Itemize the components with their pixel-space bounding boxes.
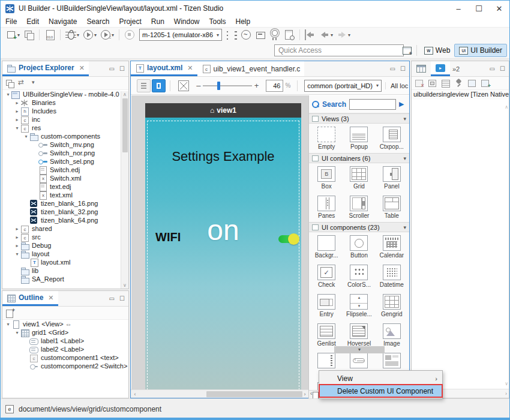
close-tab-icon[interactable]: ✕ — [187, 64, 193, 72]
palette-item-Hoversel[interactable]: Hoversel — [343, 322, 375, 349]
source-view-button[interactable] — [137, 79, 151, 92]
console-output[interactable]: ∧ ∨ — [412, 102, 509, 389]
project-tree-item[interactable]: Switch.edj — [2, 166, 128, 174]
project-tree-item[interactable]: tizen_blank_64.png — [2, 216, 128, 224]
minimize-panel-icon[interactable]: ▭ — [109, 65, 115, 72]
last-edit-location-button[interactable] — [304, 29, 317, 41]
project-tree-item[interactable]: text.edj — [2, 182, 128, 191]
phone-mockup[interactable]: ⌂ view1 Settings Example WIFI on — [145, 103, 301, 390]
dynamic-analyzer-button[interactable] — [239, 29, 253, 41]
outline-tree-item[interactable]: label1 <Label> — [2, 337, 128, 345]
palette-item-Panes[interactable]: Panes — [310, 194, 343, 221]
api-checker-button[interactable] — [283, 29, 296, 41]
menu-project[interactable]: Project — [114, 17, 146, 26]
palette-item-Popup[interactable]: Popup — [343, 125, 375, 152]
project-tree-item[interactable]: Switch_sel.png — [2, 157, 128, 166]
palette-item-Grid[interactable]: Grid — [343, 165, 375, 191]
heading-label[interactable]: Settings Example — [145, 149, 301, 164]
expand-arrow-icon[interactable]: ▸ — [14, 235, 20, 240]
project-tree-item[interactable]: layout.xml — [2, 258, 128, 266]
palette-section-header[interactable]: Views (3)▾ — [309, 113, 409, 124]
scroll-right-icon[interactable]: › — [505, 391, 507, 397]
project-tree-item[interactable]: ▸inc — [2, 115, 128, 124]
chevron-down-icon[interactable]: ▾ — [348, 32, 350, 38]
fit-to-screen-icon[interactable] — [178, 80, 189, 91]
scroll-right-icon[interactable]: › — [301, 391, 309, 397]
palette-item-Calendar[interactable]: Calendar — [376, 234, 408, 260]
zoom-value-input[interactable]: 46 — [266, 80, 283, 92]
project-tree-item[interactable]: ▾res — [2, 124, 128, 132]
collapse-arrow-icon[interactable]: ▾ — [14, 125, 20, 131]
open-console-icon[interactable] — [481, 79, 490, 88]
menu-edit[interactable]: Edit — [22, 17, 44, 26]
expand-arrow-icon[interactable]: ▸ — [14, 226, 20, 232]
palette-item-Button[interactable]: Button — [343, 234, 375, 260]
scroll-up-icon[interactable]: ∧ — [505, 104, 508, 110]
palette-item-Scroller[interactable]: Scroller — [343, 194, 375, 221]
collapse-arrow-icon[interactable]: ▾ — [14, 251, 20, 257]
project-tree-item[interactable]: ▸src — [2, 233, 128, 241]
new-view-icon[interactable] — [5, 309, 14, 317]
palette-section-header[interactable]: UI components (23)▾ — [309, 222, 409, 232]
close-tab-icon[interactable]: ✕ — [79, 64, 85, 72]
palette-item-Flipsele...[interactable]: Flipsele... — [343, 293, 375, 319]
project-tree-scrollbar[interactable]: ∧ ∨ — [121, 91, 128, 289]
editor-tab-layout.xml[interactable]: layout.xml✕ — [131, 61, 197, 76]
palette-item-Panel[interactable]: Panel — [376, 165, 408, 191]
outline-tree-item[interactable]: ▾grid1 <Grid> — [2, 328, 128, 337]
expand-arrow-icon[interactable]: ▸ — [14, 109, 20, 114]
zoom-slider[interactable] — [203, 85, 251, 86]
collapse-all-icon[interactable] — [5, 79, 14, 88]
menu-navigate[interactable]: Navigate — [44, 17, 82, 26]
expand-arrow-icon[interactable]: ▸ — [14, 100, 20, 106]
link-with-editor-icon[interactable] — [18, 79, 27, 88]
chevron-down-icon[interactable]: ▾ — [112, 32, 114, 38]
project-tree-item[interactable]: lib — [2, 266, 128, 275]
palette-scroll-hint[interactable]: ▾ — [334, 346, 385, 353]
certificate-manager-button[interactable] — [268, 29, 281, 41]
new-project-wizard-button[interactable]: ▾ — [5, 29, 21, 41]
chevron-down-icon[interactable]: ▾ — [403, 224, 406, 230]
maximize-panel-icon[interactable]: ☐ — [119, 295, 125, 302]
menu-tools[interactable]: Tools — [205, 17, 231, 26]
open-perspective-button[interactable] — [401, 46, 413, 55]
menu-search[interactable]: Search — [82, 17, 114, 26]
close-tab-icon[interactable]: ✕ — [48, 294, 53, 302]
project-tree-item[interactable]: ▸Binaries — [2, 98, 128, 107]
expand-arrow-icon[interactable]: ▸ — [14, 243, 20, 248]
chevron-down-icon[interactable]: ▾ — [403, 116, 406, 122]
minimize-button[interactable]: – — [448, 1, 469, 16]
maximize-panel-icon[interactable]: ☐ — [119, 65, 125, 72]
word-wrap-icon[interactable] — [441, 79, 451, 88]
debug-button[interactable]: ▾ — [64, 29, 80, 41]
project-tree-item[interactable]: ▾layout — [2, 250, 128, 258]
tab-console[interactable]: ▸ — [431, 61, 450, 76]
binary-file-button[interactable] — [43, 29, 56, 41]
run-button[interactable]: ▾ — [82, 29, 98, 41]
display-console-icon[interactable] — [467, 79, 477, 88]
palette-item-Table[interactable]: Table — [376, 194, 408, 221]
project-tree-item[interactable]: ▸shared — [2, 224, 128, 233]
save-all-button[interactable] — [22, 29, 35, 41]
minimize-panel-icon[interactable]: ▭ — [390, 65, 395, 72]
remove-launch-icon[interactable] — [428, 79, 437, 88]
palette-item-Empty[interactable]: Empty — [310, 125, 343, 152]
project-tree-item[interactable]: ▸Debug — [2, 241, 128, 250]
tab-project-explorer[interactable]: Project Explorer ✕ — [2, 61, 89, 76]
locale-combo[interactable]: All loc — [385, 82, 409, 89]
project-tree-item[interactable]: Switch_mv.png — [2, 140, 128, 149]
menu-file[interactable]: File — [1, 17, 22, 26]
scroll-down-icon[interactable]: ∨ — [121, 283, 128, 288]
canvas-horizontal-scrollbar[interactable]: ‹ › — [131, 389, 309, 398]
palette-section-header[interactable]: UI containers (6)▾ — [309, 153, 409, 163]
zoom-in-icon[interactable]: + — [254, 81, 259, 90]
design-view-button[interactable] — [152, 79, 166, 92]
project-tree-item[interactable]: SA_Report — [2, 275, 128, 283]
maximize-button[interactable]: ☐ — [469, 1, 489, 16]
palette-item-Entry[interactable]: Entry — [310, 293, 343, 319]
project-tree-item[interactable]: ▸Includes — [2, 107, 128, 115]
context-menu-item-delete-custom-ui-component[interactable]: Delete Custom UI Component — [319, 385, 442, 397]
resolution-combo[interactable]: common (portrait_HD) ▾ — [304, 80, 382, 92]
palette-item-ColorS...[interactable]: ColorS... — [343, 263, 375, 290]
pin-console-icon[interactable] — [454, 79, 464, 88]
